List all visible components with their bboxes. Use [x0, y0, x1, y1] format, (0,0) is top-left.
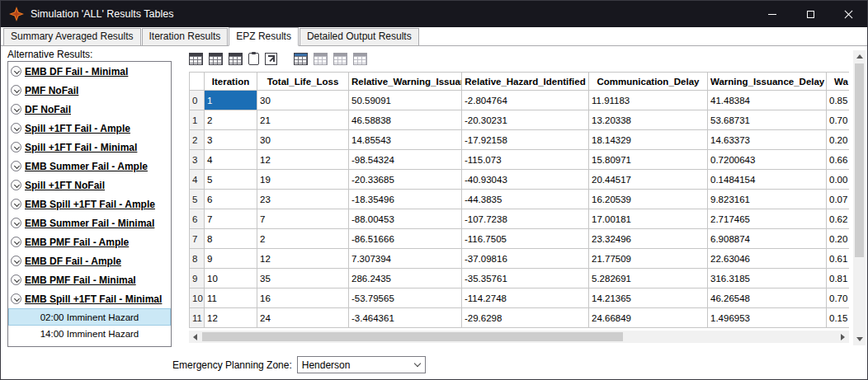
- table-cell[interactable]: 0.7200643: [708, 150, 827, 170]
- table-cell[interactable]: -37.09816: [462, 249, 589, 269]
- chevron-down-circle-icon[interactable]: [11, 180, 21, 190]
- alternative-item[interactable]: EMB DF Fail - Ample: [8, 251, 171, 270]
- tab-detailed-output-results[interactable]: Detailed Output Results: [300, 28, 419, 45]
- table-cell[interactable]: 0.85: [827, 91, 850, 110]
- table-cell[interactable]: -3.464361: [349, 308, 462, 328]
- table-cell[interactable]: 19: [257, 170, 349, 190]
- table-view-1-icon[interactable]: [314, 53, 328, 65]
- alternative-item[interactable]: EMB Spill +1FT Fail - Minimal: [8, 289, 171, 308]
- table-export-icon[interactable]: [229, 53, 243, 65]
- table-cell[interactable]: 23.32496: [589, 229, 708, 249]
- scroll-right-button[interactable]: [837, 331, 849, 343]
- table-cell[interactable]: 11: [205, 289, 257, 308]
- alternative-item[interactable]: EMB DF Fail - Minimal: [8, 62, 171, 81]
- table-cell[interactable]: -35.35761: [462, 269, 589, 289]
- table-cell[interactable]: -86.51666: [349, 229, 462, 249]
- table-cell[interactable]: 22.63046: [708, 249, 827, 269]
- row-index[interactable]: 10: [190, 289, 205, 308]
- table-hatch-icon[interactable]: [209, 53, 223, 65]
- close-button[interactable]: [829, 1, 867, 27]
- row-index[interactable]: 11: [190, 308, 205, 328]
- table-cell[interactable]: 0.20: [827, 229, 850, 249]
- epz-dropdown[interactable]: Henderson: [297, 356, 426, 373]
- chevron-down-circle-icon[interactable]: [11, 85, 21, 96]
- column-header[interactable]: Communication_Delay: [589, 73, 708, 91]
- row-index[interactable]: 0: [190, 91, 205, 110]
- table-cell[interactable]: 21: [257, 110, 349, 130]
- row-index[interactable]: 6: [190, 209, 205, 229]
- table-cell[interactable]: 13.20338: [589, 110, 708, 130]
- table-cell[interactable]: -107.7238: [462, 209, 589, 229]
- row-index[interactable]: 8: [190, 249, 205, 269]
- maximize-button[interactable]: [791, 1, 829, 27]
- table-view-2-icon[interactable]: [333, 53, 347, 65]
- table-cell[interactable]: 2.717465: [708, 209, 827, 229]
- table-cell[interactable]: 8: [205, 229, 257, 249]
- row-index[interactable]: 5: [190, 190, 205, 209]
- column-header[interactable]: Warning_Issuance_Delay: [708, 73, 827, 91]
- table-cell[interactable]: 6: [205, 190, 257, 209]
- vertical-scrollbar-thumb[interactable]: [855, 63, 864, 257]
- table-cell[interactable]: 7.307394: [349, 249, 462, 269]
- scroll-left-button[interactable]: [189, 331, 201, 343]
- table-cell[interactable]: 14.63373: [708, 130, 827, 150]
- row-index[interactable]: 4: [190, 170, 205, 190]
- open-external-icon[interactable]: [265, 53, 277, 65]
- table-cell[interactable]: -88.00453: [349, 209, 462, 229]
- table-cell[interactable]: -29.6298: [462, 308, 589, 328]
- chevron-down-circle-icon[interactable]: [11, 66, 21, 77]
- vertical-scrollbar[interactable]: [853, 50, 866, 345]
- table-cell[interactable]: 3: [205, 130, 257, 150]
- table-cell[interactable]: 15.80971: [589, 150, 708, 170]
- tab-iteration-results[interactable]: Iteration Results: [142, 28, 229, 45]
- table-cell[interactable]: -20.33685: [349, 170, 462, 190]
- table-cell[interactable]: 46.26548: [708, 289, 827, 308]
- table-cell[interactable]: 4: [205, 150, 257, 170]
- table-cell[interactable]: 0.81: [827, 269, 850, 289]
- row-index[interactable]: 1: [190, 110, 205, 130]
- chevron-down-circle-icon[interactable]: [11, 293, 21, 304]
- table-cell[interactable]: 16: [257, 289, 349, 308]
- chevron-down-circle-icon[interactable]: [11, 142, 21, 152]
- table-cell[interactable]: 10: [205, 269, 257, 289]
- table-cell[interactable]: 14.85543: [349, 130, 462, 150]
- table-cell[interactable]: 41.48384: [708, 91, 827, 110]
- horizontal-scrollbar-thumb[interactable]: [202, 332, 623, 341]
- chevron-down-circle-icon[interactable]: [11, 218, 21, 228]
- chevron-down-circle-icon[interactable]: [11, 123, 21, 134]
- table-cell[interactable]: 16.20539: [589, 190, 708, 209]
- table-cell[interactable]: 0.61: [827, 249, 850, 269]
- table-icon[interactable]: [189, 53, 203, 65]
- table-cell[interactable]: 0.70: [827, 110, 850, 130]
- table-cell[interactable]: -114.2748: [462, 289, 589, 308]
- table-cell[interactable]: 18.14329: [589, 130, 708, 150]
- alternative-item[interactable]: Spill +1FT Fail - Minimal: [8, 138, 171, 157]
- table-cell[interactable]: 0.00: [827, 170, 850, 190]
- table-cell[interactable]: 24: [257, 308, 349, 328]
- minimize-button[interactable]: [753, 1, 791, 27]
- row-index[interactable]: 7: [190, 229, 205, 249]
- column-header[interactable]: Relative_Hazard_Identified: [462, 73, 589, 91]
- table-cell[interactable]: 7: [205, 209, 257, 229]
- table-cell[interactable]: 12: [205, 308, 257, 328]
- table-cell[interactable]: 2: [257, 229, 349, 249]
- table-cell[interactable]: 0.62: [827, 209, 850, 229]
- alternative-item[interactable]: EMB PMF Fail - Ample: [8, 232, 171, 251]
- alternative-item[interactable]: Spill +1FT Fail - Ample: [8, 119, 171, 138]
- alternative-item[interactable]: EMB PMF Fail - Minimal: [8, 270, 171, 289]
- table-cell[interactable]: -53.79565: [349, 289, 462, 308]
- table-cell[interactable]: -115.073: [462, 150, 589, 170]
- table-cell[interactable]: 17.00181: [589, 209, 708, 229]
- table-cell[interactable]: 9: [205, 249, 257, 269]
- alternative-item[interactable]: EMB Summer Fail - Ample: [8, 157, 171, 176]
- table-cell[interactable]: 9.823161: [708, 190, 827, 209]
- table-cell[interactable]: -2.804764: [462, 91, 589, 110]
- table-cell[interactable]: 14.21365: [589, 289, 708, 308]
- chevron-down-circle-icon[interactable]: [11, 104, 21, 115]
- table-cell[interactable]: 0.07: [827, 190, 850, 209]
- table-cell[interactable]: 23: [257, 190, 349, 209]
- row-index[interactable]: 2: [190, 130, 205, 150]
- table-cell[interactable]: -98.54324: [349, 150, 462, 170]
- table-cell[interactable]: 7: [257, 209, 349, 229]
- table-cell[interactable]: 0.20: [827, 130, 850, 150]
